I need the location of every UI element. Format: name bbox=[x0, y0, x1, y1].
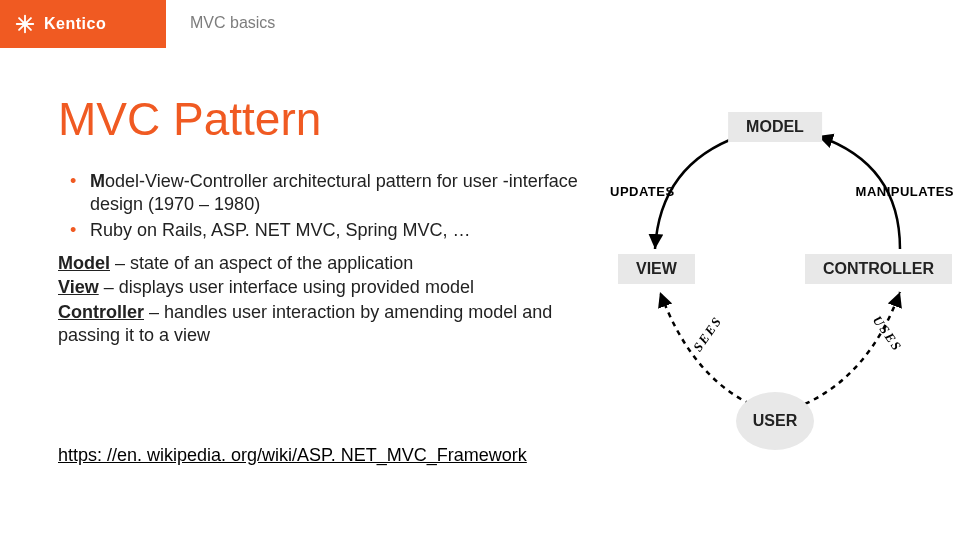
page-title: MVC Pattern bbox=[58, 92, 321, 146]
breadcrumb: MVC basics bbox=[190, 14, 275, 32]
edge-label-updates: UPDATES bbox=[610, 184, 675, 199]
bullet-text: Ruby on Rails, ASP. NET MVC, Spring MVC,… bbox=[90, 219, 470, 242]
brand-bar: Kentico bbox=[0, 0, 166, 48]
bullet-item: • Model-View-Controller architectural pa… bbox=[70, 170, 590, 217]
diagram-node-controller: CONTROLLER bbox=[805, 254, 952, 284]
bullet-mark: • bbox=[70, 170, 90, 217]
bullet-text: Model-View-Controller architectural patt… bbox=[90, 170, 590, 217]
edge-label-manipulates: MANIPULATES bbox=[856, 184, 954, 199]
bullet-mark: • bbox=[70, 219, 90, 242]
bullet-list: • Model-View-Controller architectural pa… bbox=[70, 170, 590, 244]
bullet-item: • Ruby on Rails, ASP. NET MVC, Spring MV… bbox=[70, 219, 590, 242]
diagram-node-model: MODEL bbox=[728, 112, 822, 142]
def-view: View – displays user interface using pro… bbox=[58, 276, 578, 299]
brand-text: Kentico bbox=[44, 15, 106, 33]
diagram-node-user: USER bbox=[736, 392, 814, 450]
def-controller: Controller – handles user interaction by… bbox=[58, 301, 578, 348]
definitions: Model – state of an aspect of the applic… bbox=[58, 252, 578, 349]
def-model: Model – state of an aspect of the applic… bbox=[58, 252, 578, 275]
snowflake-icon bbox=[14, 13, 36, 35]
diagram-node-view: VIEW bbox=[618, 254, 695, 284]
mvc-diagram: MODEL VIEW CONTROLLER USER UPDATES MANIP… bbox=[600, 94, 950, 444]
wikipedia-link[interactable]: https: //en. wikipedia. org/wiki/ASP. NE… bbox=[58, 445, 527, 466]
